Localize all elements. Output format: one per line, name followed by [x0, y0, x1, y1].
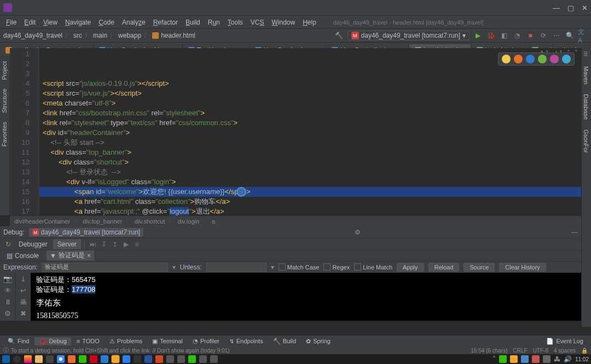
step-over-icon[interactable]: ⏭ [88, 240, 98, 248]
typora-icon[interactable] [134, 355, 141, 363]
bt-build[interactable]: 🔨 Build [269, 337, 300, 345]
console-tab[interactable]: ▤ Console [3, 251, 42, 260]
indent-info[interactable]: 4 spaces [554, 348, 576, 354]
toolwindow-maven[interactable]: Maven [582, 63, 590, 87]
code-area[interactable]: <script src="js/axios-0.19.0.js"></scrip… [39, 48, 581, 215]
crumb[interactable]: div#headerContainer [14, 218, 70, 225]
rerun-icon[interactable]: ↻ [3, 240, 13, 248]
debug-icon[interactable]: 🐞 [486, 31, 496, 40]
minimize-panel-icon[interactable]: — [571, 228, 578, 236]
menu-file[interactable]: File [2, 17, 20, 27]
bt-terminal[interactable]: ▣ Terminal [148, 337, 187, 345]
tray-icon[interactable] [543, 355, 551, 363]
app-icon-red[interactable] [90, 355, 97, 363]
firefox-icon[interactable] [514, 55, 523, 63]
intellij-tb-icon[interactable] [112, 355, 119, 363]
taskbar-clock[interactable]: 11:02 [575, 356, 589, 362]
breadcrumb-file[interactable]: header.html [161, 32, 195, 39]
fold-gutter[interactable] [33, 48, 39, 215]
close-icon[interactable]: ✕ [582, 4, 588, 12]
search-icon[interactable]: 🔍 [565, 31, 575, 40]
bt-debug[interactable]: 🐞 Debug [34, 337, 71, 345]
console-output[interactable]: 验证码是：565475 验证码是：177708 李佑东 15815850575 [31, 273, 581, 321]
tray-icon[interactable] [510, 355, 518, 363]
caret-position[interactable]: 15:54 (6 chars) [471, 348, 507, 354]
toolwindow-gsonfor[interactable]: GsonFor [582, 126, 590, 156]
breadcrumb-project[interactable]: day46_day49_travel [3, 32, 62, 39]
word-icon[interactable] [144, 355, 152, 363]
bt-eventlog[interactable]: 📄 Event Log [542, 337, 588, 345]
chrome-icon[interactable] [502, 55, 511, 63]
safari-icon[interactable] [550, 55, 559, 63]
crumb[interactable]: div.login [178, 218, 200, 225]
menu-analyze[interactable]: Analyze [118, 17, 149, 27]
clear-icon[interactable]: ✖ [20, 309, 26, 318]
tray-chevron-icon[interactable]: ˄ [493, 355, 496, 363]
minimize-icon[interactable]: — [553, 4, 560, 12]
firefox-tb-icon[interactable] [68, 355, 76, 363]
resume-icon[interactable]: ▶ [121, 240, 131, 248]
breadcrumb-main[interactable]: main [93, 32, 107, 39]
opera-icon[interactable] [538, 55, 547, 63]
line-match-checkbox[interactable]: Line Match [354, 263, 392, 271]
tray-icon[interactable] [532, 355, 540, 363]
stop-icon[interactable]: ■ [525, 31, 535, 40]
task-icon[interactable] [46, 355, 54, 363]
tray-volume-icon[interactable]: 🔊 [564, 355, 572, 363]
mute-icon[interactable]: ⏸ [4, 298, 11, 306]
unless-input[interactable] [206, 263, 266, 272]
bt-profiler[interactable]: ◔ Profiler [188, 337, 224, 345]
menu-edit[interactable]: Edit [20, 17, 39, 27]
crumb[interactable]: div.shortcut [135, 218, 165, 225]
menu-build[interactable]: Build [182, 17, 204, 27]
tray-icon[interactable] [499, 355, 507, 363]
coverage-icon[interactable]: ◧ [499, 31, 509, 40]
file-encoding[interactable]: UTF-8 [533, 348, 548, 354]
expression-input[interactable] [42, 263, 168, 272]
maximize-icon[interactable]: ▢ [567, 4, 574, 12]
cortana-icon[interactable] [24, 355, 32, 363]
apply-button[interactable]: Apply [397, 263, 424, 272]
hammer-icon[interactable]: 🔨 [334, 31, 344, 40]
scroll-icon[interactable]: ⤓ [20, 275, 26, 283]
settings-icon[interactable]: ⚙ [4, 309, 11, 318]
gear-icon[interactable]: ⚙ [355, 228, 361, 236]
wrap-icon[interactable]: ↩ [20, 286, 26, 295]
code-editor[interactable]: 1234567891011121314151617181920212223 <s… [10, 48, 581, 215]
app-icon[interactable] [188, 355, 196, 363]
reload-button[interactable]: Reload [428, 263, 460, 272]
debug-run-config[interactable]: day46_day49_travel [tomcat7:run] [29, 228, 143, 237]
chrome-tb-icon[interactable] [57, 355, 65, 363]
menu-code[interactable]: Code [95, 17, 118, 27]
git-update-icon[interactable]: ⟳ [538, 31, 548, 40]
translate-icon[interactable]: 文A [578, 31, 588, 40]
menu-window[interactable]: Window [268, 17, 299, 27]
toolwindow-project[interactable]: Project [0, 57, 9, 84]
bt-find[interactable]: 🔍 Find [3, 337, 33, 345]
tray-network-icon[interactable]: 🖧 [554, 355, 560, 363]
filter-tab[interactable]: ▼ 验证码是 × [47, 250, 94, 261]
toolwindow-structure[interactable]: Structure [0, 84, 9, 118]
vscode-icon[interactable] [123, 355, 130, 363]
menu-vcs[interactable]: VCS [247, 17, 268, 27]
app-icon[interactable] [177, 355, 185, 363]
profile-icon[interactable]: ◔ [512, 31, 522, 40]
tray-icon[interactable] [521, 355, 529, 363]
source-button[interactable]: Source [463, 263, 495, 272]
app-icon[interactable] [199, 355, 207, 363]
status-message[interactable]: To start a debug session, hold Ctrl+Shif… [11, 348, 230, 354]
breadcrumb-webapp[interactable]: webapp [118, 32, 141, 39]
step-out-icon[interactable]: ↥ [110, 240, 120, 248]
evaluate-icon[interactable]: ≡ [132, 240, 142, 248]
ie-icon[interactable] [526, 55, 535, 63]
toolwindow-database[interactable]: Database [582, 91, 590, 123]
wechat-icon[interactable] [79, 355, 86, 363]
print-icon[interactable]: 🖶 [20, 298, 27, 306]
start-icon[interactable] [2, 355, 10, 363]
match-case-checkbox[interactable]: Match Case [279, 263, 320, 271]
breadcrumb-src[interactable]: src [73, 32, 82, 39]
menu-help[interactable]: Help [299, 17, 320, 27]
menu-run[interactable]: Run [204, 17, 224, 27]
menu-refactor[interactable]: Refactor [149, 17, 182, 27]
toolwindow-favorites[interactable]: Favorites [0, 118, 9, 151]
